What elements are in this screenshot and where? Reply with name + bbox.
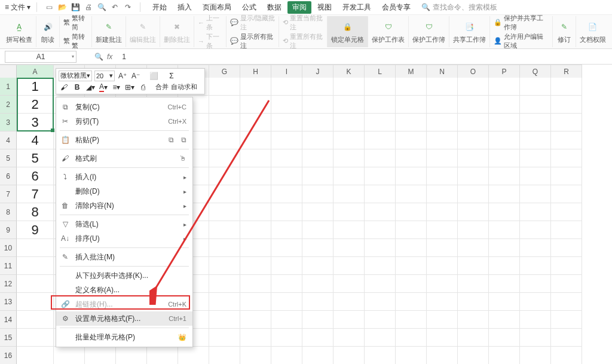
cell[interactable] [489, 78, 520, 96]
cell[interactable] [396, 347, 427, 364]
cell[interactable] [458, 203, 489, 221]
name-box[interactable]: A1 ▾ [5, 51, 76, 63]
cell[interactable] [458, 78, 489, 96]
cell[interactable] [365, 239, 396, 257]
cell[interactable] [458, 131, 489, 149]
cell[interactable] [271, 185, 302, 203]
ribbon-new-comment[interactable]: ✎ 新建批注 [92, 16, 126, 47]
cell[interactable] [365, 203, 396, 221]
menu-item[interactable]: 删除(D)▸ [56, 184, 192, 198]
bold-button[interactable]: B [72, 82, 82, 93]
search-box[interactable]: 🔍 查找命令、搜索模板 [421, 2, 497, 13]
row-header[interactable]: 8 [0, 203, 17, 221]
cell[interactable] [365, 275, 396, 293]
cell[interactable] [302, 293, 333, 311]
cell[interactable] [209, 203, 240, 221]
cell[interactable] [240, 149, 271, 167]
cell[interactable] [240, 167, 271, 185]
cell[interactable] [551, 221, 582, 239]
cell[interactable] [489, 293, 520, 311]
cell[interactable] [365, 293, 396, 311]
menu-item[interactable]: ⧉复制(C)Ctrl+C [56, 100, 192, 114]
menu-item[interactable]: 🖌格式刷🖱 [56, 151, 192, 166]
cell[interactable] [365, 167, 396, 185]
cell[interactable]: 4 [17, 131, 54, 149]
cell[interactable] [520, 203, 551, 221]
cell[interactable] [458, 96, 489, 114]
cell[interactable] [240, 329, 271, 347]
cell[interactable]: 3 [17, 114, 54, 131]
cell[interactable] [520, 239, 551, 257]
border-icon[interactable]: ⊞▾ [124, 82, 135, 93]
menu-item[interactable]: ✎插入批注(M) [56, 250, 192, 264]
tab-dev[interactable]: 开发工具 [338, 1, 376, 14]
cell[interactable] [551, 114, 582, 131]
cell[interactable]: 5 [17, 149, 54, 167]
cell[interactable] [458, 185, 489, 203]
cell[interactable]: 8 [17, 203, 54, 221]
cell[interactable] [551, 311, 582, 329]
cell[interactable] [396, 293, 427, 311]
cell[interactable] [365, 329, 396, 347]
cell[interactable] [209, 347, 240, 364]
ribbon-readaloud[interactable]: 🔊 朗读 [36, 16, 60, 47]
ribbon-track-changes[interactable]: ✎ 修订 [553, 16, 576, 47]
row-header[interactable]: 15 [0, 329, 17, 347]
cell[interactable] [271, 329, 302, 347]
row-header[interactable]: 3 [0, 114, 17, 131]
cell[interactable] [209, 221, 240, 239]
increase-font-icon[interactable]: A⁺ [117, 71, 128, 81]
cell[interactable] [302, 221, 333, 239]
cell[interactable] [271, 96, 302, 114]
cell[interactable] [209, 114, 240, 131]
font-color-icon[interactable]: A▾ [98, 82, 109, 93]
cell[interactable] [427, 78, 458, 96]
autosum-label[interactable]: 自动求和 [171, 82, 197, 93]
ribbon-edit-comment[interactable]: ✎ 编辑批注 [126, 16, 160, 47]
align-icon[interactable]: ≡▾ [111, 82, 122, 93]
cell[interactable] [209, 185, 240, 203]
next-comment[interactable]: →下一条 [198, 32, 222, 50]
menu-item[interactable]: 从下拉列表中选择(K)... [56, 268, 192, 283]
merge-icon[interactable]: ⬜ [148, 71, 159, 81]
cell[interactable] [458, 293, 489, 311]
menu-item[interactable]: 🗑清除内容(N)▸ [56, 198, 192, 213]
cell[interactable] [302, 114, 333, 131]
cell[interactable] [458, 275, 489, 293]
cell[interactable] [271, 347, 302, 364]
sum-icon[interactable]: Σ [166, 71, 177, 81]
cell[interactable] [427, 275, 458, 293]
undo-icon[interactable]: ↶ [110, 2, 120, 12]
show-hide-comment[interactable]: 💬显示/隐藏批注 [230, 14, 275, 32]
cell[interactable] [365, 96, 396, 114]
cell[interactable] [333, 203, 365, 221]
column-header[interactable]: H [240, 65, 271, 78]
cell[interactable] [240, 96, 271, 114]
cell[interactable] [333, 293, 365, 311]
cell[interactable] [333, 149, 365, 167]
paste-option-icon[interactable]: ⧉ [181, 136, 186, 144]
cell[interactable] [209, 257, 240, 275]
tab-review[interactable]: 审阅 [287, 1, 311, 14]
column-header[interactable]: O [458, 65, 489, 78]
cell[interactable] [209, 293, 240, 311]
cell[interactable] [427, 311, 458, 329]
cell[interactable] [302, 131, 333, 149]
cell[interactable] [365, 347, 396, 364]
select-all-corner[interactable] [0, 65, 17, 78]
cell[interactable] [551, 167, 582, 185]
cell[interactable] [520, 329, 551, 347]
cell[interactable] [365, 149, 396, 167]
row-header[interactable]: 4 [0, 131, 17, 149]
column-header[interactable]: I [271, 65, 302, 78]
ribbon-delete-comment[interactable]: ✖ 删除批注 [160, 16, 194, 47]
cell[interactable] [551, 131, 582, 149]
cell[interactable] [489, 311, 520, 329]
cell[interactable] [489, 329, 520, 347]
cell[interactable] [551, 347, 582, 364]
simp-to-trad[interactable]: 繁简转繁 [63, 32, 88, 50]
cell[interactable] [333, 185, 365, 203]
cell[interactable] [520, 311, 551, 329]
cell[interactable] [302, 275, 333, 293]
prev-comment[interactable]: ←上一条 [198, 14, 222, 32]
